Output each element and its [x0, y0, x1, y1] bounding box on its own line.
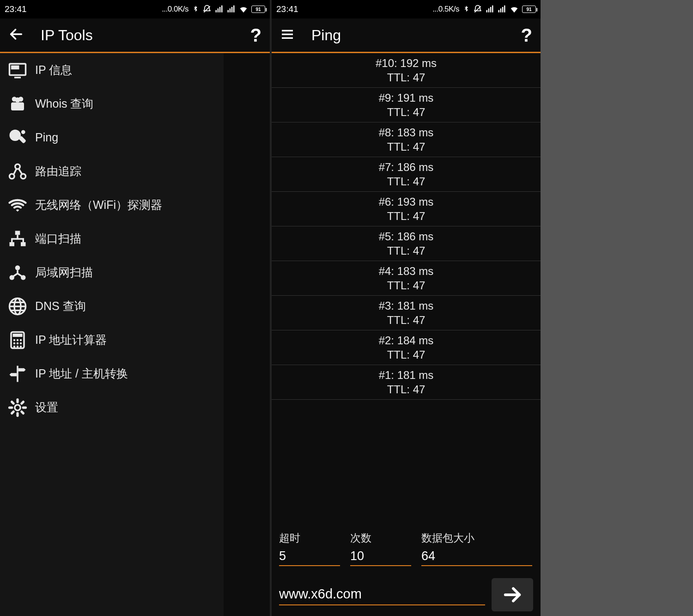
ping-line-1: #8: 183 ms — [379, 125, 434, 140]
ping-result-row: #6: 193 msTTL: 47 — [272, 192, 541, 226]
ping-result-row: #4: 183 msTTL: 47 — [272, 261, 541, 296]
svg-rect-5 — [282, 37, 293, 39]
app-bar: IP Tools ? — [0, 18, 270, 52]
ping-result-row: #5: 186 msTTL: 47 — [272, 226, 541, 261]
ping-line-2: TTL: 47 — [387, 278, 426, 293]
signal-icon — [497, 5, 506, 14]
help-button[interactable]: ? — [250, 25, 261, 46]
count-input[interactable] — [350, 548, 411, 566]
drawer-item-label: 局域网扫描 — [35, 265, 93, 280]
gear-icon — [7, 397, 28, 418]
drawer-item-label: 路由追踪 — [35, 164, 81, 179]
ping-line-1: #7: 186 ms — [379, 160, 434, 174]
route-icon — [7, 161, 28, 182]
network-icon — [7, 229, 28, 249]
back-button[interactable] — [8, 26, 24, 44]
ping-result-row: #7: 186 msTTL: 47 — [272, 157, 541, 192]
ping-line-2: TTL: 47 — [387, 313, 426, 327]
clock: 23:41 — [5, 4, 27, 14]
ping-line-1: #10: 192 ms — [376, 56, 437, 70]
ping-line-1: #9: 191 ms — [379, 91, 434, 105]
clock: 23:41 — [276, 4, 298, 14]
battery-indicator: 91 — [522, 6, 536, 13]
signal-icon — [226, 5, 236, 14]
bluetooth-icon — [191, 5, 200, 13]
ping-line-2: TTL: 47 — [387, 209, 426, 223]
mute-icon — [473, 5, 482, 14]
bluetooth-icon — [462, 5, 470, 13]
ping-line-1: #3: 181 ms — [379, 299, 434, 313]
drawer-item-label: Ping — [35, 131, 58, 144]
drawer-item-label: IP 信息 — [35, 62, 72, 78]
lan-icon — [7, 262, 28, 283]
signal-hd-icon — [214, 5, 224, 14]
wifi-status-icon — [238, 4, 249, 14]
help-button[interactable]: ? — [521, 25, 532, 46]
status-bar: 23:41 ...0.5K/s 91 — [272, 0, 541, 18]
timeout-input[interactable] — [279, 548, 340, 566]
host-input[interactable] — [279, 585, 485, 605]
ping-line-1: #5: 186 ms — [379, 229, 434, 244]
signal-hd-icon — [485, 5, 494, 14]
ping-line-2: TTL: 47 — [387, 244, 426, 258]
ping-result-row: #1: 181 msTTL: 47 — [272, 365, 541, 400]
ping-line-1: #2: 184 ms — [379, 333, 434, 348]
people-icon — [7, 94, 28, 114]
battery-indicator: 91 — [251, 6, 265, 13]
net-speed: 0.0K/s — [168, 5, 188, 13]
ping-line-2: TTL: 47 — [387, 70, 426, 85]
status-bar: 23:41 ...0.0K/s 91 — [0, 0, 270, 18]
ping-result-row: #8: 183 msTTL: 47 — [272, 122, 541, 157]
ping-line-2: TTL: 47 — [387, 382, 426, 396]
calculator-icon — [7, 330, 28, 350]
ping-controls: 超时 次数 数据包大小 — [272, 525, 541, 616]
net-speed: 0.5K/s — [438, 5, 459, 13]
ping-line-2: TTL: 47 — [387, 105, 426, 119]
screen-title: Ping — [311, 27, 505, 44]
app-title: IP Tools — [41, 27, 234, 44]
ping-results-list[interactable]: #10: 192 msTTL: 47#9: 191 msTTL: 47#8: 1… — [272, 53, 541, 525]
count-label: 次数 — [350, 531, 411, 545]
signpost-icon — [7, 364, 28, 384]
packet-size-label: 数据包大小 — [421, 531, 532, 545]
menu-button[interactable] — [280, 27, 295, 43]
svg-rect-3 — [282, 30, 293, 31]
drawer-item-label: DNS 查询 — [35, 299, 86, 314]
ping-line-2: TTL: 47 — [387, 140, 426, 154]
drawer-item-label: IP 地址计算器 — [35, 332, 107, 348]
svg-rect-4 — [282, 34, 293, 35]
packet-size-input[interactable] — [421, 548, 532, 566]
mute-icon — [202, 5, 212, 14]
drawer-item-label: 无线网络（WiFi）探测器 — [35, 197, 162, 213]
drawer-item-label: Whois 查询 — [35, 96, 93, 111]
start-ping-button[interactable] — [492, 578, 533, 611]
pingpong-icon — [7, 128, 28, 148]
ping-line-1: #4: 183 ms — [379, 264, 434, 278]
ping-result-row: #10: 192 msTTL: 47 — [272, 53, 541, 88]
ping-result-row: #3: 181 msTTL: 47 — [272, 296, 541, 330]
monitor-icon — [7, 60, 28, 80]
ping-line-1: #6: 193 ms — [379, 195, 434, 209]
ping-line-2: TTL: 47 — [387, 348, 426, 362]
wifi-status-icon — [509, 4, 519, 14]
drawer-item-label: IP 地址 / 主机转换 — [35, 366, 128, 381]
arrow-right-icon — [502, 584, 523, 605]
app-bar: Ping ? — [272, 18, 541, 52]
drawer-item-label: 端口扫描 — [35, 231, 81, 246]
ping-line-2: TTL: 47 — [387, 174, 426, 189]
wifi-icon — [7, 195, 28, 215]
timeout-label: 超时 — [279, 531, 340, 545]
ping-result-row: #9: 191 msTTL: 47 — [272, 88, 541, 122]
ping-result-row: #2: 184 msTTL: 47 — [272, 330, 541, 365]
globe-icon — [7, 296, 28, 317]
drawer-item-label: 设置 — [35, 400, 58, 415]
ping-line-1: #1: 181 ms — [379, 368, 434, 382]
